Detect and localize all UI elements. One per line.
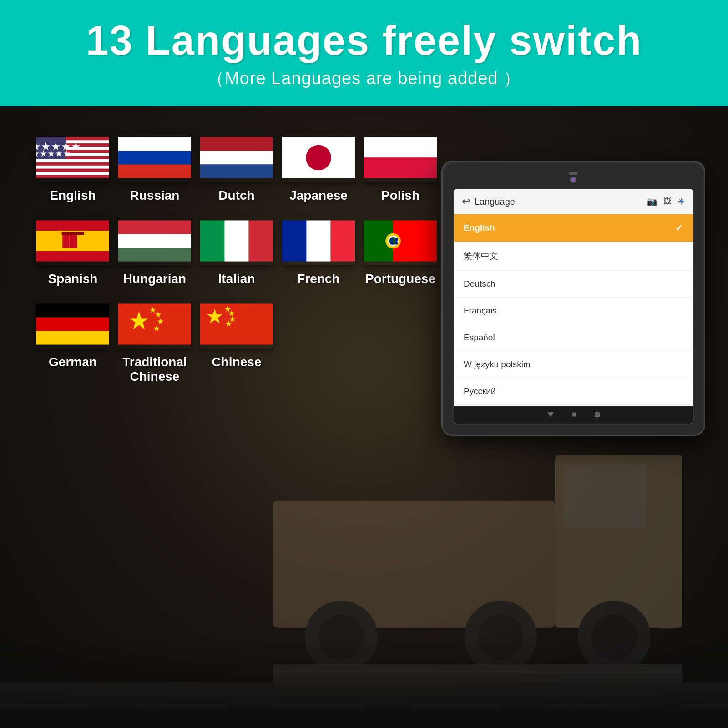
flag-it — [200, 217, 273, 265]
svg-rect-66 — [390, 242, 393, 245]
svg-text:★★★★★: ★★★★★ — [36, 149, 71, 158]
image-icon: 🖼 — [663, 197, 672, 207]
flag-japanese: Japanese — [282, 133, 355, 203]
nav-recents-button[interactable] — [595, 412, 600, 417]
lang-english-label: English — [464, 223, 495, 233]
lang-item-russian[interactable]: Русский — [454, 378, 693, 405]
svg-rect-2 — [564, 464, 646, 528]
flag-us: ★★★★★★ ★★★★★ — [36, 133, 109, 182]
svg-rect-48 — [69, 234, 77, 248]
flag-es — [36, 217, 109, 265]
subtitle: （More Languages are being added ） — [27, 67, 701, 90]
flag-polish: Polish — [364, 133, 437, 203]
svg-rect-49 — [62, 232, 84, 235]
tablet-panel: ↩ Language 📷 🖼 ✳ English ✓ — [441, 133, 705, 436]
camera-module — [569, 172, 578, 183]
flags-row-3: German Traditional Chinese — [36, 300, 264, 384]
lang-espanol-label: Español — [464, 333, 495, 343]
lang-item-deutsch[interactable]: Deutsch — [454, 271, 693, 298]
french-label: French — [297, 272, 339, 286]
flag-jp — [282, 133, 355, 182]
road-overlay — [0, 637, 728, 728]
lang-item-english[interactable]: English ✓ — [454, 214, 693, 242]
svg-rect-51 — [118, 234, 191, 248]
svg-rect-65 — [394, 238, 398, 241]
flag-de — [36, 300, 109, 349]
lang-item-francais[interactable]: Français — [454, 298, 693, 324]
flag-fr — [282, 217, 355, 265]
flag-hu — [118, 217, 191, 265]
svg-rect-77 — [200, 303, 273, 344]
svg-rect-36 — [118, 151, 191, 164]
svg-rect-35 — [118, 137, 191, 151]
screen-header-left: ↩ Language — [462, 196, 515, 207]
flag-english: ★★★★★★ ★★★★★ English — [36, 133, 109, 203]
bluetooth-icon: ✳ — [678, 197, 685, 207]
flag-portuguese: Portuguese — [364, 217, 437, 286]
svg-rect-37 — [118, 165, 191, 178]
spanish-label: Spanish — [48, 272, 98, 286]
nav-home-button[interactable] — [572, 412, 576, 417]
lang-polish-label: W języku polskim — [464, 359, 531, 369]
svg-rect-26 — [36, 159, 109, 162]
svg-rect-69 — [36, 317, 109, 331]
video-icon: 📷 — [647, 197, 657, 207]
flag-russian: Russian — [118, 133, 191, 203]
tablet-speaker — [569, 172, 578, 175]
svg-rect-47 — [62, 233, 69, 248]
lang-item-trad-chinese[interactable]: 繁体中文 — [454, 242, 693, 271]
svg-rect-38 — [200, 137, 273, 151]
tablet-camera-housing — [570, 177, 576, 183]
svg-rect-55 — [249, 220, 273, 261]
svg-rect-56 — [282, 220, 306, 261]
flag-dutch: Dutch — [200, 133, 273, 203]
svg-rect-67 — [394, 242, 398, 245]
flag-hungarian: Hungarian — [118, 217, 191, 286]
lang-francais-label: Français — [464, 306, 497, 316]
svg-rect-53 — [200, 220, 224, 261]
lang-deutsch-label: Deutsch — [464, 279, 495, 289]
svg-rect-70 — [36, 331, 109, 345]
flag-spanish: Spanish — [36, 217, 109, 286]
nav-back-button[interactable] — [547, 412, 554, 417]
svg-rect-43 — [364, 137, 437, 157]
lang-item-polish[interactable]: W języku polskim — [454, 351, 693, 378]
flag-chinese: Chinese — [200, 300, 273, 384]
dutch-label: Dutch — [218, 188, 254, 203]
tablet-device: ↩ Language 📷 🖼 ✳ English ✓ — [441, 161, 705, 436]
lang-trad-chinese-label: 繁体中文 — [464, 250, 498, 262]
svg-rect-58 — [331, 220, 355, 261]
flags-row-2: Spanish Hungarian — [36, 217, 423, 286]
portuguese-label: Portuguese — [365, 272, 435, 286]
svg-rect-28 — [36, 166, 109, 169]
flags-panel: ★★★★★★ ★★★★★ English Russian — [36, 133, 423, 436]
svg-rect-31 — [36, 175, 109, 178]
flag-german: German — [36, 300, 109, 384]
screen-header-icons: 📷 🖼 ✳ — [647, 197, 685, 207]
svg-rect-68 — [36, 303, 109, 317]
svg-rect-54 — [224, 220, 248, 261]
russian-label: Russian — [130, 188, 180, 203]
flag-pt — [364, 217, 437, 265]
tablet-nav-bar — [454, 406, 693, 424]
svg-point-42 — [306, 145, 331, 171]
svg-rect-57 — [306, 220, 330, 261]
camera-lens — [571, 178, 575, 182]
svg-rect-30 — [36, 172, 109, 175]
lang-russian-label: Русский — [464, 386, 496, 396]
header-banner: 13 Languages freely switch （More Languag… — [0, 0, 728, 106]
svg-rect-52 — [118, 248, 191, 262]
back-icon[interactable]: ↩ — [462, 196, 470, 207]
flag-pl — [364, 133, 437, 182]
svg-rect-40 — [200, 165, 273, 178]
tablet-screen: ↩ Language 📷 🖼 ✳ English ✓ — [453, 188, 694, 425]
polish-label: Polish — [381, 188, 420, 203]
svg-rect-50 — [118, 220, 191, 234]
german-label: German — [49, 355, 97, 369]
italian-label: Italian — [218, 272, 255, 286]
flag-nl — [200, 133, 273, 182]
svg-rect-64 — [390, 238, 393, 241]
lang-item-espanol[interactable]: Español — [454, 324, 693, 351]
flag-cn — [200, 300, 273, 349]
language-list: English ✓ 繁体中文 Deutsch Français Español — [454, 214, 693, 405]
